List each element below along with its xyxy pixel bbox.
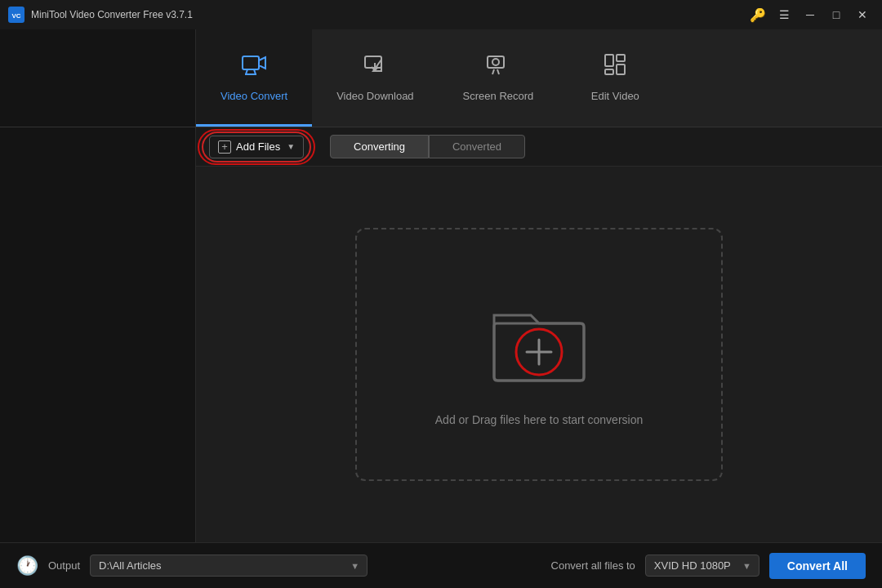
svg-rect-14 bbox=[605, 55, 613, 66]
edit-video-icon bbox=[602, 51, 628, 83]
output-label: Output bbox=[48, 559, 80, 572]
nav-item-video-download[interactable]: Video Download bbox=[312, 29, 438, 127]
title-bar: VC MiniTool Video Converter Free v3.7.1 … bbox=[0, 0, 882, 29]
drop-area[interactable]: Add or Drag files here to start conversi… bbox=[196, 167, 882, 542]
convert-all-button[interactable]: Convert All bbox=[769, 553, 866, 579]
svg-rect-16 bbox=[617, 65, 625, 74]
nav-item-edit-video[interactable]: Edit Video bbox=[558, 29, 672, 127]
svg-point-11 bbox=[492, 59, 499, 65]
video-download-icon bbox=[362, 51, 388, 83]
nav-item-video-convert[interactable]: Video Convert bbox=[196, 29, 312, 127]
main-content: + Add Files ▼ Converting Converted bbox=[196, 127, 882, 542]
tab-converting[interactable]: Converting bbox=[330, 135, 429, 158]
nav-label-video-convert: Video Convert bbox=[220, 90, 287, 102]
content-wrapper: + Add Files ▼ Converting Converted bbox=[0, 127, 882, 542]
nav-label-video-download: Video Download bbox=[336, 90, 413, 102]
tab-converted[interactable]: Converted bbox=[429, 135, 525, 158]
format-select-wrapper: XVID HD 1080P ▼ bbox=[645, 555, 760, 577]
nav-label-screen-record: Screen Record bbox=[463, 90, 534, 102]
svg-line-12 bbox=[492, 69, 494, 74]
svg-rect-2 bbox=[243, 56, 259, 69]
drop-zone-text: Add or Drag files here to start conversi… bbox=[435, 413, 643, 426]
svg-text:VC: VC bbox=[11, 12, 20, 20]
app-logo: VC bbox=[8, 7, 24, 23]
add-files-plus-icon: + bbox=[218, 140, 231, 154]
sidebar bbox=[0, 127, 196, 542]
maximize-button[interactable]: □ bbox=[825, 3, 848, 26]
nav-bar: Video Convert Video Download Screen Reco… bbox=[0, 29, 882, 127]
add-files-label: Add Files bbox=[236, 140, 280, 153]
convert-all-label: Convert all files to bbox=[551, 559, 635, 572]
drop-zone[interactable]: Add or Drag files here to start conversi… bbox=[355, 228, 723, 481]
format-select[interactable]: XVID HD 1080P bbox=[645, 555, 760, 577]
clock-icon: 🕐 bbox=[16, 555, 38, 577]
video-convert-icon bbox=[241, 51, 267, 83]
svg-line-13 bbox=[497, 69, 499, 74]
nav-label-edit-video: Edit Video bbox=[591, 90, 639, 102]
svg-marker-3 bbox=[259, 57, 265, 69]
screen-record-icon bbox=[485, 51, 511, 83]
folder-icon-wrap bbox=[470, 283, 608, 397]
menu-button[interactable]: ☰ bbox=[773, 3, 795, 26]
minimize-button[interactable]: ─ bbox=[799, 3, 822, 26]
app-title: MiniTool Video Converter Free v3.7.1 bbox=[31, 9, 750, 20]
svg-rect-15 bbox=[617, 55, 625, 61]
add-files-dropdown-icon[interactable]: ▼ bbox=[287, 142, 295, 151]
close-button[interactable]: ✕ bbox=[851, 3, 874, 26]
tabs-area: Converting Converted bbox=[330, 135, 525, 158]
output-path-select[interactable]: D:\All Articles bbox=[90, 555, 368, 577]
nav-item-screen-record[interactable]: Screen Record bbox=[439, 29, 559, 127]
key-icon: 🔑 bbox=[750, 7, 766, 23]
svg-rect-17 bbox=[605, 69, 613, 74]
bottom-bar: 🕐 Output D:\All Articles ▼ Convert all f… bbox=[0, 542, 882, 588]
title-controls: 🔑 ☰ ─ □ ✕ bbox=[750, 3, 874, 26]
add-files-button[interactable]: + Add Files ▼ bbox=[209, 136, 304, 158]
output-path-wrapper: D:\All Articles ▼ bbox=[90, 555, 368, 577]
toolbar: + Add Files ▼ Converting Converted bbox=[196, 127, 882, 167]
